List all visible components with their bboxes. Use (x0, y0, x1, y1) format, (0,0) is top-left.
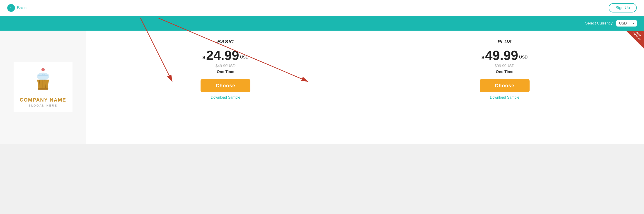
svg-point-0 (41, 68, 45, 71)
plan-basic-price-row: $ 24.99 USD (202, 49, 248, 62)
plan-plus-name: PLUS (498, 39, 512, 45)
main-content: COMPANY NAME SLOGAN HERE BASIC $ 24.99 U… (0, 30, 644, 144)
plan-plus-amount: 49.99 (485, 49, 518, 62)
plan-plus-download-link[interactable]: Download Sample (490, 96, 519, 100)
plan-plus-dollar: $ (482, 55, 484, 60)
signup-button[interactable]: Sign Up (609, 3, 637, 12)
company-slogan: SLOGAN HERE (28, 104, 57, 107)
plan-basic-dollar: $ (202, 55, 205, 60)
pricing-panels: BASIC $ 24.99 USD $49.99USD One Time Cho… (86, 30, 644, 144)
plan-basic-name: BASIC (217, 39, 234, 45)
currency-selector: Select Currency: USD EUR GBP CAD (585, 20, 637, 26)
plan-plus-original: $99.99USD (495, 64, 514, 68)
plan-basic-download-link[interactable]: Download Sample (211, 96, 240, 100)
plan-basic-original: $49.99USD (216, 64, 236, 68)
logo-image-area: COMPANY NAME SLOGAN HERE (14, 62, 72, 112)
logo-panel: COMPANY NAME SLOGAN HERE (0, 30, 86, 144)
teal-banner: Select Currency: USD EUR GBP CAD (0, 16, 644, 30)
back-button[interactable]: ← Back (7, 4, 27, 12)
svg-rect-6 (38, 88, 48, 90)
most-popular-text: MOSTPOPULAR (632, 30, 644, 41)
plan-plus-choose-button[interactable]: Choose (480, 79, 530, 92)
plan-plus: MOSTPOPULAR PLUS $ 49.99 USD $99.99USD O… (365, 30, 644, 144)
top-nav: ← Back Sign Up (0, 0, 644, 16)
plan-plus-price-row: $ 49.99 USD (482, 49, 528, 62)
plan-basic-billing: One Time (217, 70, 234, 74)
plan-basic-choose-button[interactable]: Choose (200, 79, 250, 92)
back-label: Back (17, 5, 27, 10)
cupcake-icon (30, 68, 57, 95)
currency-select-wrapper[interactable]: USD EUR GBP CAD (616, 20, 637, 26)
plan-basic-currency: USD (240, 55, 248, 60)
plan-plus-billing: One Time (496, 70, 513, 74)
plan-basic: BASIC $ 24.99 USD $49.99USD One Time Cho… (86, 30, 365, 144)
back-arrow-icon: ← (7, 4, 15, 12)
currency-select[interactable]: USD EUR GBP CAD (616, 20, 637, 26)
most-popular-badge: MOSTPOPULAR (626, 30, 644, 49)
plan-basic-amount: 24.99 (206, 49, 239, 62)
currency-label: Select Currency: (585, 21, 614, 26)
plan-plus-currency: USD (519, 55, 528, 60)
company-name: COMPANY NAME (20, 97, 66, 103)
